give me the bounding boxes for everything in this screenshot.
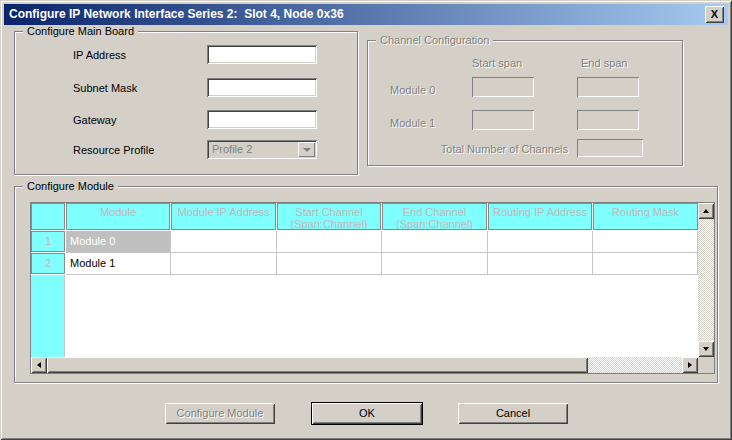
close-button[interactable]: X	[705, 6, 724, 23]
grid-header-module: Module	[66, 203, 170, 230]
subnet-mask-input[interactable]	[207, 78, 317, 97]
channel-module1-label: Module 1	[390, 117, 435, 129]
grid-cell-row2-module-ip[interactable]	[171, 253, 277, 275]
scroll-down-button[interactable]	[698, 341, 714, 357]
group-channel-configuration: Channel Configuration Start span End spa…	[367, 40, 683, 166]
grid-cell-row2-end-channel[interactable]	[382, 253, 488, 275]
grid-horizontal-scrollbar[interactable]	[31, 357, 698, 373]
window-title: Configure IP Network Interface Series 2:…	[9, 7, 344, 21]
module1-start-span-field	[472, 110, 534, 130]
resource-profile-select: Profile 2	[207, 140, 317, 159]
grid-cell-row1-start-channel[interactable]	[277, 231, 382, 253]
resource-profile-value: Profile 2	[212, 143, 252, 155]
total-channels-label: Total Number of Channels	[413, 143, 568, 155]
scroll-right-icon	[688, 362, 695, 368]
configure-module-button: Configure Module	[165, 403, 275, 424]
grid-row-number-1[interactable]: 1	[31, 231, 65, 252]
grid-header-routing-mask: Routing Mask	[593, 203, 698, 230]
scroll-left-button[interactable]	[31, 357, 47, 373]
group-configure-module: Configure Module Module Module IP Addres…	[14, 186, 718, 383]
channel-module0-label: Module 0	[390, 84, 435, 96]
module0-start-span-field	[472, 77, 534, 97]
grid-cell-module-0[interactable]: Module 0	[66, 231, 171, 253]
ip-address-input[interactable]	[207, 45, 317, 64]
scroll-up-button[interactable]	[698, 203, 714, 219]
dialog-window: Configure IP Network Interface Series 2:…	[0, 0, 732, 440]
grid-header-routing-ip-address: Routing IP Address	[488, 203, 592, 230]
grid-corner-cell	[31, 203, 65, 230]
gateway-input[interactable]	[207, 110, 317, 129]
ip-address-label: IP Address	[73, 49, 126, 61]
group-configure-main-board: Configure Main Board IP Address Subnet M…	[14, 31, 358, 175]
module1-end-span-field	[577, 110, 639, 130]
scroll-up-icon	[703, 206, 709, 213]
horizontal-scrollbar-thumb[interactable]	[47, 357, 588, 373]
grid-cell-row2-routing-mask[interactable]	[593, 253, 698, 275]
group-legend-channel-configuration: Channel Configuration	[376, 34, 493, 47]
resource-profile-dropdown-button	[298, 142, 315, 157]
grid-header-module-ip-address: Module IP Address	[171, 203, 276, 230]
grid-cell-row2-start-channel[interactable]	[277, 253, 382, 275]
grid-cell-row1-routing-ip[interactable]	[488, 231, 593, 253]
group-legend-main-board: Configure Main Board	[23, 25, 138, 38]
grid-cell-row2-routing-ip[interactable]	[488, 253, 593, 275]
module0-end-span-field	[577, 77, 639, 97]
grid-vertical-scrollbar[interactable]	[698, 203, 714, 357]
chevron-down-icon	[303, 148, 311, 156]
total-channels-field	[577, 139, 643, 157]
grid-cell-row1-module-ip[interactable]	[171, 231, 277, 253]
scroll-right-button[interactable]	[682, 357, 698, 373]
grid-row-header-strip	[31, 275, 65, 357]
close-icon: X	[711, 7, 718, 22]
grid-header-end-channel: End Channel (Span:Channel)	[382, 203, 487, 230]
subnet-mask-label: Subnet Mask	[73, 82, 137, 94]
start-span-header: Start span	[472, 57, 522, 69]
end-span-header: End span	[581, 57, 627, 69]
ok-button[interactable]: OK	[311, 402, 423, 425]
grid-cell-row1-routing-mask[interactable]	[593, 231, 698, 253]
module-grid: Module Module IP Address Start Channel (…	[30, 202, 715, 374]
grid-cell-row1-end-channel[interactable]	[382, 231, 488, 253]
scroll-down-icon	[703, 347, 709, 354]
scrollbar-corner	[698, 357, 714, 373]
gateway-label: Gateway	[73, 114, 116, 126]
scroll-left-icon	[34, 362, 41, 368]
grid-row-number-2[interactable]: 2	[31, 253, 65, 274]
grid-cell-module-1[interactable]: Module 1	[66, 253, 171, 275]
cancel-button[interactable]: Cancel	[458, 403, 568, 424]
resource-profile-label: Resource Profile	[73, 144, 154, 156]
title-bar: Configure IP Network Interface Series 2:…	[4, 4, 728, 25]
grid-header-start-channel: Start Channel (Span:Channel)	[277, 203, 381, 230]
group-legend-configure-module: Configure Module	[23, 180, 118, 193]
